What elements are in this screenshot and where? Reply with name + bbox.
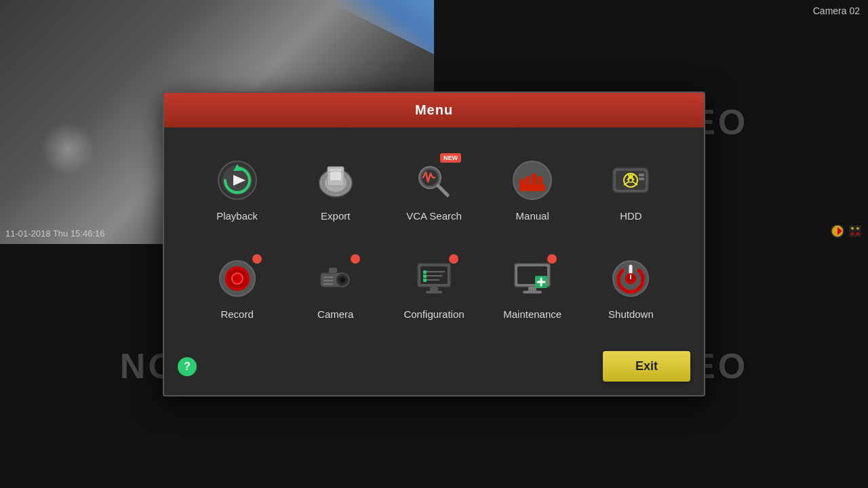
menu-item-vca-search[interactable]: NEW VCA Search (388, 148, 479, 232)
svg-rect-56 (528, 287, 536, 291)
playback-label: Playback (216, 210, 258, 222)
modal-header: Menu (164, 93, 704, 127)
svg-rect-40 (329, 268, 337, 273)
maintenance-label: Maintenance (503, 308, 561, 320)
new-badge: NEW (440, 153, 461, 163)
svg-line-19 (438, 186, 448, 195)
modal-overlay: Menu (0, 0, 868, 488)
menu-item-manual[interactable]: Manual (487, 148, 578, 232)
svg-rect-57 (523, 291, 542, 293)
modal-body: Playback (164, 127, 704, 344)
menu-item-maintenance[interactable]: Maintenance (487, 246, 578, 331)
svg-rect-52 (423, 274, 427, 278)
camera-label: Camera (317, 308, 353, 320)
menu-modal: Menu (163, 92, 705, 396)
record-label: Record (220, 308, 253, 320)
help-button[interactable]: ? (178, 357, 197, 376)
export-label: Export (321, 210, 350, 222)
vca-search-label: VCA Search (406, 210, 462, 222)
exit-button[interactable]: Exit (603, 351, 690, 382)
svg-rect-25 (519, 184, 545, 191)
playback-icon (216, 159, 259, 202)
menu-item-camera[interactable]: Camera (290, 246, 381, 331)
svg-point-29 (629, 178, 633, 182)
svg-rect-51 (423, 270, 427, 274)
menu-item-record[interactable]: Record (191, 246, 283, 331)
configuration-label: Configuration (403, 308, 464, 320)
manual-label: Manual (516, 210, 549, 222)
menu-item-playback[interactable]: Playback (191, 148, 283, 232)
menu-item-hdd[interactable]: HDD (585, 148, 677, 232)
config-badge (449, 254, 458, 264)
shutdown-icon (609, 257, 652, 300)
svg-rect-47 (426, 291, 442, 293)
vca-search-icon: NEW (412, 159, 456, 202)
menu-grid-row1: Playback (191, 148, 677, 232)
manual-icon (511, 159, 554, 202)
maintenance-badge (547, 254, 557, 264)
svg-rect-31 (639, 178, 644, 180)
modal-title: Menu (415, 102, 453, 117)
maintenance-icon (511, 257, 554, 300)
modal-footer: ? Exit (164, 344, 704, 395)
svg-rect-53 (423, 279, 427, 282)
export-icon (314, 159, 357, 202)
svg-rect-46 (430, 287, 438, 291)
svg-point-35 (232, 273, 243, 284)
record-icon (216, 257, 259, 300)
configuration-icon (412, 257, 456, 300)
menu-item-export[interactable]: Export (290, 148, 381, 232)
record-badge (252, 254, 262, 264)
svg-point-39 (340, 278, 344, 282)
svg-rect-30 (639, 174, 644, 176)
hdd-icon (609, 159, 652, 202)
menu-item-configuration[interactable]: Configuration (388, 246, 479, 331)
camera-badge (351, 254, 360, 264)
camera-icon (314, 257, 357, 300)
menu-grid-row2: Record (191, 246, 677, 331)
hdd-label: HDD (620, 210, 642, 222)
shutdown-label: Shutdown (608, 308, 654, 320)
menu-item-shutdown[interactable]: Shutdown (585, 246, 677, 331)
